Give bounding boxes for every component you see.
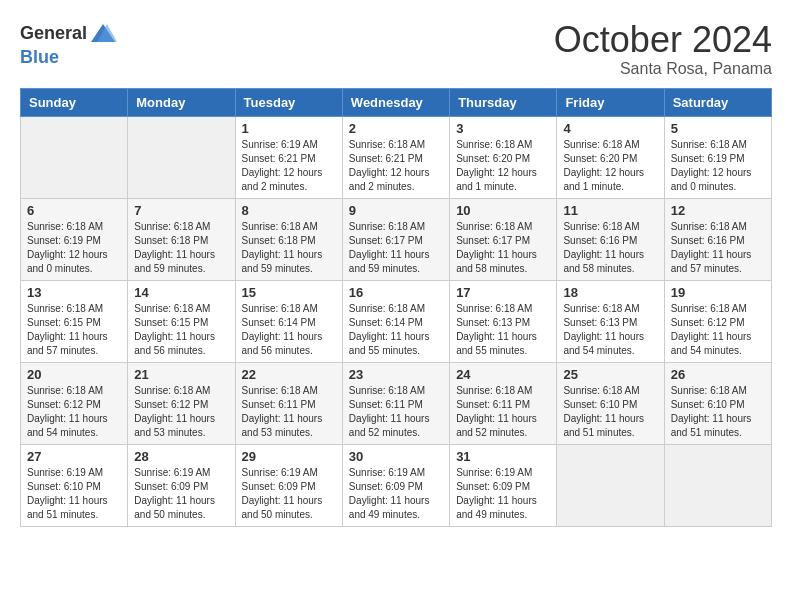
calendar-cell: 2Sunrise: 6:18 AM Sunset: 6:21 PM Daylig… [342, 116, 449, 198]
day-info: Sunrise: 6:18 AM Sunset: 6:19 PM Dayligh… [671, 138, 765, 194]
day-info: Sunrise: 6:19 AM Sunset: 6:21 PM Dayligh… [242, 138, 336, 194]
day-of-week-header: Saturday [664, 88, 771, 116]
day-info: Sunrise: 6:18 AM Sunset: 6:18 PM Dayligh… [242, 220, 336, 276]
month-title: October 2024 [554, 20, 772, 60]
day-number: 26 [671, 367, 765, 382]
calendar-cell: 10Sunrise: 6:18 AM Sunset: 6:17 PM Dayli… [450, 198, 557, 280]
day-number: 27 [27, 449, 121, 464]
logo-general: General [20, 24, 87, 44]
day-number: 11 [563, 203, 657, 218]
day-info: Sunrise: 6:18 AM Sunset: 6:18 PM Dayligh… [134, 220, 228, 276]
day-of-week-header: Tuesday [235, 88, 342, 116]
calendar-cell [21, 116, 128, 198]
calendar-cell [664, 444, 771, 526]
day-of-week-header: Thursday [450, 88, 557, 116]
calendar-cell [557, 444, 664, 526]
calendar-cell: 30Sunrise: 6:19 AM Sunset: 6:09 PM Dayli… [342, 444, 449, 526]
day-of-week-header: Monday [128, 88, 235, 116]
calendar-cell: 31Sunrise: 6:19 AM Sunset: 6:09 PM Dayli… [450, 444, 557, 526]
calendar-cell: 15Sunrise: 6:18 AM Sunset: 6:14 PM Dayli… [235, 280, 342, 362]
day-info: Sunrise: 6:18 AM Sunset: 6:16 PM Dayligh… [563, 220, 657, 276]
calendar-cell: 3Sunrise: 6:18 AM Sunset: 6:20 PM Daylig… [450, 116, 557, 198]
day-of-week-header: Friday [557, 88, 664, 116]
calendar-header-row: SundayMondayTuesdayWednesdayThursdayFrid… [21, 88, 772, 116]
day-number: 31 [456, 449, 550, 464]
day-number: 21 [134, 367, 228, 382]
day-info: Sunrise: 6:19 AM Sunset: 6:09 PM Dayligh… [242, 466, 336, 522]
day-number: 16 [349, 285, 443, 300]
calendar-week-row: 1Sunrise: 6:19 AM Sunset: 6:21 PM Daylig… [21, 116, 772, 198]
day-number: 9 [349, 203, 443, 218]
calendar-cell: 16Sunrise: 6:18 AM Sunset: 6:14 PM Dayli… [342, 280, 449, 362]
calendar-week-row: 6Sunrise: 6:18 AM Sunset: 6:19 PM Daylig… [21, 198, 772, 280]
calendar-cell: 12Sunrise: 6:18 AM Sunset: 6:16 PM Dayli… [664, 198, 771, 280]
day-number: 23 [349, 367, 443, 382]
calendar-cell: 27Sunrise: 6:19 AM Sunset: 6:10 PM Dayli… [21, 444, 128, 526]
calendar-cell: 21Sunrise: 6:18 AM Sunset: 6:12 PM Dayli… [128, 362, 235, 444]
calendar-week-row: 27Sunrise: 6:19 AM Sunset: 6:10 PM Dayli… [21, 444, 772, 526]
day-number: 1 [242, 121, 336, 136]
day-number: 4 [563, 121, 657, 136]
day-info: Sunrise: 6:18 AM Sunset: 6:14 PM Dayligh… [242, 302, 336, 358]
calendar-table: SundayMondayTuesdayWednesdayThursdayFrid… [20, 88, 772, 527]
calendar-cell: 8Sunrise: 6:18 AM Sunset: 6:18 PM Daylig… [235, 198, 342, 280]
day-info: Sunrise: 6:18 AM Sunset: 6:15 PM Dayligh… [134, 302, 228, 358]
calendar-cell [128, 116, 235, 198]
day-number: 19 [671, 285, 765, 300]
calendar-cell: 7Sunrise: 6:18 AM Sunset: 6:18 PM Daylig… [128, 198, 235, 280]
calendar-cell: 5Sunrise: 6:18 AM Sunset: 6:19 PM Daylig… [664, 116, 771, 198]
calendar-cell: 24Sunrise: 6:18 AM Sunset: 6:11 PM Dayli… [450, 362, 557, 444]
day-info: Sunrise: 6:19 AM Sunset: 6:09 PM Dayligh… [134, 466, 228, 522]
calendar-cell: 25Sunrise: 6:18 AM Sunset: 6:10 PM Dayli… [557, 362, 664, 444]
day-number: 10 [456, 203, 550, 218]
day-info: Sunrise: 6:18 AM Sunset: 6:13 PM Dayligh… [456, 302, 550, 358]
logo: General Blue [20, 20, 117, 68]
calendar-cell: 18Sunrise: 6:18 AM Sunset: 6:13 PM Dayli… [557, 280, 664, 362]
day-info: Sunrise: 6:18 AM Sunset: 6:20 PM Dayligh… [456, 138, 550, 194]
day-number: 12 [671, 203, 765, 218]
day-info: Sunrise: 6:18 AM Sunset: 6:11 PM Dayligh… [456, 384, 550, 440]
day-info: Sunrise: 6:18 AM Sunset: 6:15 PM Dayligh… [27, 302, 121, 358]
day-info: Sunrise: 6:18 AM Sunset: 6:12 PM Dayligh… [134, 384, 228, 440]
day-number: 22 [242, 367, 336, 382]
day-number: 28 [134, 449, 228, 464]
calendar-cell: 28Sunrise: 6:19 AM Sunset: 6:09 PM Dayli… [128, 444, 235, 526]
calendar-cell: 22Sunrise: 6:18 AM Sunset: 6:11 PM Dayli… [235, 362, 342, 444]
day-info: Sunrise: 6:19 AM Sunset: 6:09 PM Dayligh… [349, 466, 443, 522]
day-info: Sunrise: 6:18 AM Sunset: 6:20 PM Dayligh… [563, 138, 657, 194]
day-info: Sunrise: 6:18 AM Sunset: 6:16 PM Dayligh… [671, 220, 765, 276]
calendar-cell: 17Sunrise: 6:18 AM Sunset: 6:13 PM Dayli… [450, 280, 557, 362]
title-block: October 2024 Santa Rosa, Panama [554, 20, 772, 78]
day-info: Sunrise: 6:19 AM Sunset: 6:09 PM Dayligh… [456, 466, 550, 522]
day-number: 8 [242, 203, 336, 218]
calendar-cell: 1Sunrise: 6:19 AM Sunset: 6:21 PM Daylig… [235, 116, 342, 198]
calendar-cell: 23Sunrise: 6:18 AM Sunset: 6:11 PM Dayli… [342, 362, 449, 444]
calendar-cell: 11Sunrise: 6:18 AM Sunset: 6:16 PM Dayli… [557, 198, 664, 280]
calendar-week-row: 13Sunrise: 6:18 AM Sunset: 6:15 PM Dayli… [21, 280, 772, 362]
day-number: 20 [27, 367, 121, 382]
day-number: 5 [671, 121, 765, 136]
day-info: Sunrise: 6:18 AM Sunset: 6:10 PM Dayligh… [563, 384, 657, 440]
day-info: Sunrise: 6:18 AM Sunset: 6:17 PM Dayligh… [349, 220, 443, 276]
calendar-week-row: 20Sunrise: 6:18 AM Sunset: 6:12 PM Dayli… [21, 362, 772, 444]
calendar-cell: 14Sunrise: 6:18 AM Sunset: 6:15 PM Dayli… [128, 280, 235, 362]
day-number: 13 [27, 285, 121, 300]
calendar-cell: 20Sunrise: 6:18 AM Sunset: 6:12 PM Dayli… [21, 362, 128, 444]
day-number: 30 [349, 449, 443, 464]
page-header: General Blue October 2024 Santa Rosa, Pa… [20, 20, 772, 78]
calendar-cell: 29Sunrise: 6:19 AM Sunset: 6:09 PM Dayli… [235, 444, 342, 526]
calendar-cell: 6Sunrise: 6:18 AM Sunset: 6:19 PM Daylig… [21, 198, 128, 280]
day-info: Sunrise: 6:18 AM Sunset: 6:14 PM Dayligh… [349, 302, 443, 358]
day-number: 17 [456, 285, 550, 300]
calendar-cell: 26Sunrise: 6:18 AM Sunset: 6:10 PM Dayli… [664, 362, 771, 444]
day-number: 24 [456, 367, 550, 382]
day-info: Sunrise: 6:18 AM Sunset: 6:19 PM Dayligh… [27, 220, 121, 276]
day-number: 14 [134, 285, 228, 300]
day-info: Sunrise: 6:19 AM Sunset: 6:10 PM Dayligh… [27, 466, 121, 522]
day-number: 29 [242, 449, 336, 464]
calendar-cell: 19Sunrise: 6:18 AM Sunset: 6:12 PM Dayli… [664, 280, 771, 362]
day-info: Sunrise: 6:18 AM Sunset: 6:21 PM Dayligh… [349, 138, 443, 194]
day-number: 6 [27, 203, 121, 218]
logo-icon [89, 20, 117, 48]
calendar-cell: 9Sunrise: 6:18 AM Sunset: 6:17 PM Daylig… [342, 198, 449, 280]
